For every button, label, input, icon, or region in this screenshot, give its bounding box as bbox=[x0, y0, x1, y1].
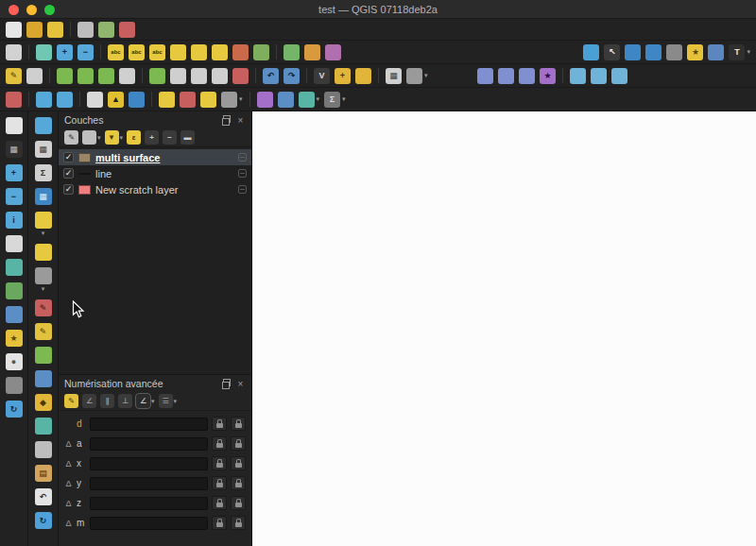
callout-icon-dropdown[interactable]: ▾ bbox=[42, 230, 45, 237]
edit-red-pencil-icon[interactable]: ✎ bbox=[35, 299, 52, 316]
layer-visibility-checkbox[interactable]: ✓ bbox=[63, 184, 74, 195]
cut-features-icon[interactable] bbox=[191, 68, 207, 84]
vertex-editor-icon[interactable]: V bbox=[314, 68, 330, 84]
zoom-last-icon[interactable] bbox=[57, 92, 73, 108]
undock-digitizing-panel-icon[interactable] bbox=[221, 379, 232, 389]
statistical-summary-icon[interactable] bbox=[325, 44, 341, 60]
redo-icon[interactable]: ↷ bbox=[284, 68, 300, 84]
y-delta-toggle[interactable]: Δ bbox=[64, 479, 73, 488]
toggle-editing-icon[interactable]: ✎ bbox=[6, 68, 22, 84]
close-digitizing-panel-icon[interactable]: × bbox=[235, 379, 246, 389]
line-chart-icon[interactable] bbox=[519, 68, 535, 84]
layer-visibility-checkbox[interactable]: ✓ bbox=[63, 168, 74, 179]
identify-features-icon[interactable]: i bbox=[6, 212, 23, 229]
map-refresh-icon[interactable]: ↻ bbox=[6, 401, 23, 418]
snapping-toggle-icon[interactable] bbox=[6, 92, 22, 108]
gear-icon-dropdown[interactable]: ▾ bbox=[42, 285, 45, 293]
pan-map-icon[interactable] bbox=[36, 44, 52, 60]
distance-input[interactable] bbox=[90, 418, 208, 431]
edit-yellow-pencil-icon[interactable]: ✎ bbox=[35, 323, 52, 340]
remove-layer-icon[interactable]: ▬ bbox=[180, 130, 195, 145]
zoom-mag-2-icon[interactable] bbox=[35, 117, 52, 134]
new-virtual-layer-icon[interactable] bbox=[129, 92, 145, 108]
bookmark-star-icon[interactable]: ★ bbox=[687, 44, 703, 60]
sum-tool-icon[interactable]: Σ bbox=[324, 92, 340, 108]
construction-guides-icon[interactable]: ☰ bbox=[159, 394, 173, 408]
open-layer-styling-icon[interactable]: ✎ bbox=[64, 130, 78, 145]
m-lock-button[interactable] bbox=[212, 516, 227, 530]
x-input[interactable] bbox=[90, 457, 208, 470]
layer-visibility-checkbox[interactable]: ✓ bbox=[63, 152, 74, 162]
layer-gear-icon[interactable] bbox=[406, 68, 422, 84]
save-edits-icon[interactable] bbox=[26, 68, 43, 84]
highlight-labels-icon[interactable]: abc bbox=[149, 44, 165, 60]
enable-advanced-digitizing-icon[interactable]: ✎ bbox=[64, 394, 78, 408]
y-lock-button[interactable] bbox=[212, 476, 227, 490]
close-window-button[interactable] bbox=[9, 5, 19, 15]
angle-repeat-lock-button[interactable] bbox=[231, 436, 246, 451]
globe-green-icon[interactable] bbox=[6, 282, 23, 299]
m-repeat-lock-button[interactable] bbox=[231, 516, 246, 530]
layer-name[interactable]: New scratch layer bbox=[95, 184, 233, 196]
profile-tool-icon[interactable] bbox=[611, 68, 627, 84]
new-print-layout-icon[interactable] bbox=[77, 22, 94, 38]
attribute-table-2-icon[interactable]: ▦ bbox=[35, 141, 52, 158]
coordinate-capture-icon[interactable] bbox=[278, 92, 294, 108]
measure-line-icon[interactable] bbox=[6, 259, 23, 276]
layers-db-icon[interactable] bbox=[6, 377, 23, 394]
layer-row-new-scratch-layer[interactable]: ✓ New scratch layer bbox=[59, 181, 251, 197]
history-icon[interactable] bbox=[35, 441, 52, 458]
x-delta-toggle[interactable]: Δ bbox=[64, 459, 73, 469]
zoom-in-mag-icon[interactable]: + bbox=[6, 164, 23, 181]
tracing-icon[interactable] bbox=[355, 68, 371, 84]
layer-row-line[interactable]: ✓ line bbox=[59, 165, 251, 181]
attribute-table-icon[interactable]: ▦ bbox=[386, 68, 402, 84]
filter-legend-icon-dropdown[interactable]: ▾ bbox=[120, 134, 124, 142]
minimize-window-button[interactable] bbox=[26, 5, 37, 15]
x-repeat-lock-button[interactable] bbox=[231, 456, 246, 470]
filter-expression-icon[interactable]: ε bbox=[127, 130, 141, 145]
zoom-out-mag-icon[interactable]: − bbox=[6, 188, 23, 205]
histogram-icon[interactable] bbox=[477, 68, 493, 84]
move-label-icon[interactable] bbox=[212, 44, 228, 60]
delete-selected-icon[interactable] bbox=[232, 68, 249, 84]
z-lock-button[interactable] bbox=[212, 496, 227, 510]
undo-2-icon[interactable]: ↶ bbox=[35, 488, 52, 505]
bookmark-icon[interactable]: ★ bbox=[6, 330, 23, 347]
processing-toolbox-icon[interactable] bbox=[583, 44, 599, 60]
zoom-next-icon[interactable] bbox=[36, 92, 52, 108]
pan-hand-icon[interactable] bbox=[6, 117, 23, 134]
map-canvas[interactable] bbox=[252, 111, 756, 546]
select-by-form-icon[interactable] bbox=[645, 44, 662, 60]
layer-gear-icon-dropdown[interactable]: ▾ bbox=[424, 72, 428, 79]
rotate-label-icon[interactable] bbox=[232, 44, 249, 60]
m-delta-toggle[interactable]: Δ bbox=[64, 519, 73, 528]
data-source-manager-icon[interactable] bbox=[6, 44, 22, 60]
map-tip-icon[interactable] bbox=[35, 244, 52, 261]
deselect-all-icon[interactable] bbox=[666, 44, 682, 60]
blue-table-icon[interactable]: ▦ bbox=[35, 188, 52, 205]
vertex-tool-icon[interactable] bbox=[119, 68, 135, 84]
statistics-sum-icon[interactable]: Σ bbox=[35, 164, 52, 181]
layer-name[interactable]: multi surface bbox=[95, 152, 233, 163]
annotation-tool-icon[interactable] bbox=[200, 92, 216, 108]
sum-tool-icon-dropdown[interactable]: ▾ bbox=[342, 95, 346, 103]
manage-map-themes-icon-dropdown[interactable]: ▾ bbox=[97, 134, 101, 142]
z-input[interactable] bbox=[90, 497, 208, 510]
diagram-tool-icon[interactable] bbox=[180, 92, 196, 108]
place-search-icon[interactable] bbox=[257, 92, 273, 108]
new-shapefile-icon[interactable] bbox=[87, 92, 103, 108]
shape-blue-icon[interactable] bbox=[35, 370, 52, 387]
close-layers-panel-icon[interactable]: × bbox=[235, 115, 246, 126]
open-project-icon[interactable] bbox=[26, 22, 43, 38]
redo-refresh-icon[interactable]: ↻ bbox=[35, 512, 52, 529]
shape-green-icon[interactable] bbox=[35, 347, 52, 364]
raster-stats-icon[interactable] bbox=[570, 68, 586, 84]
snap-common-angles-icon[interactable]: ∠ bbox=[136, 394, 150, 408]
new-annotation-icon[interactable] bbox=[304, 44, 320, 60]
measure-tool-icon[interactable] bbox=[299, 92, 315, 108]
layer-diagram-icon[interactable]: abc bbox=[129, 44, 145, 60]
filter-legend-icon[interactable]: ▼ bbox=[105, 130, 119, 145]
zoom-window-icon[interactable]: ▦ bbox=[6, 141, 23, 158]
memory-layer-indicator-icon[interactable] bbox=[238, 169, 247, 178]
